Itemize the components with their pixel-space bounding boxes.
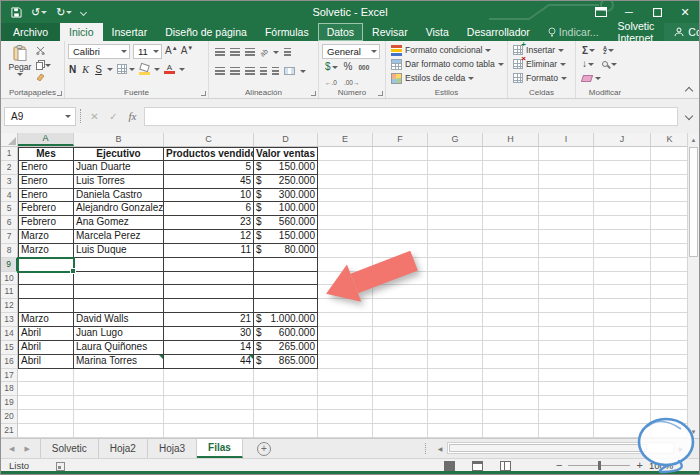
cell-styles-button[interactable]: Estilos de celda bbox=[389, 71, 505, 85]
cell-g2[interactable] bbox=[428, 161, 483, 175]
scroll-left-icon[interactable]: ◀ bbox=[435, 445, 445, 452]
ribbon-tab-archivo[interactable]: Archivo bbox=[1, 23, 60, 41]
column-header-k[interactable]: K bbox=[651, 133, 689, 146]
row-header-3[interactable]: 3 bbox=[1, 175, 18, 189]
row-header-7[interactable]: 7 bbox=[1, 230, 18, 244]
cell-c21[interactable] bbox=[164, 424, 254, 438]
select-all-corner[interactable] bbox=[1, 133, 18, 146]
autosum-button[interactable]: Σ bbox=[582, 45, 595, 56]
cell-d7[interactable]: $150.000 bbox=[254, 230, 318, 244]
cell-i20[interactable] bbox=[539, 410, 594, 424]
sheet-tab-hoja3[interactable]: Hoja3 bbox=[148, 439, 197, 458]
ribbon-tab-datos[interactable]: Datos bbox=[318, 23, 363, 41]
column-header-h[interactable]: H bbox=[483, 133, 539, 146]
cancel-entry-icon[interactable]: ✕ bbox=[87, 111, 102, 122]
expand-formula-bar-button[interactable] bbox=[682, 113, 696, 119]
bold-button[interactable]: N bbox=[68, 64, 77, 75]
cell-c10[interactable] bbox=[164, 272, 254, 286]
cell-e2[interactable] bbox=[318, 161, 373, 175]
cell-e21[interactable] bbox=[318, 424, 373, 438]
cell-f2[interactable] bbox=[373, 161, 428, 175]
cell-c19[interactable] bbox=[164, 396, 254, 410]
cell-j7[interactable] bbox=[594, 230, 651, 244]
column-header-d[interactable]: D bbox=[254, 133, 318, 146]
sort-filter-button[interactable]: AZ bbox=[603, 46, 614, 55]
column-header-c[interactable]: C bbox=[164, 133, 254, 146]
cell-i8[interactable] bbox=[539, 244, 594, 258]
cell-d19[interactable] bbox=[254, 396, 318, 410]
cell-j3[interactable] bbox=[594, 175, 651, 189]
paste-button[interactable]: Pegar bbox=[4, 43, 36, 83]
cell-g4[interactable] bbox=[428, 189, 483, 203]
sheet-tab-solvetic[interactable]: Solvetic bbox=[40, 439, 99, 458]
cell-i6[interactable] bbox=[539, 216, 594, 230]
cell-k13[interactable] bbox=[651, 313, 689, 327]
cell-c18[interactable] bbox=[164, 382, 254, 396]
cell-i21[interactable] bbox=[539, 424, 594, 438]
cell-k9[interactable] bbox=[651, 258, 689, 272]
zoom-slider-thumb[interactable] bbox=[598, 461, 601, 470]
cell-a11[interactable] bbox=[18, 285, 74, 299]
cell-b9[interactable] bbox=[74, 258, 164, 272]
cell-i16[interactable] bbox=[539, 355, 594, 369]
align-bottom-button[interactable] bbox=[245, 48, 255, 56]
cell-j4[interactable] bbox=[594, 189, 651, 203]
cell-k2[interactable] bbox=[651, 161, 689, 175]
shrink-font-button[interactable]: A▼ bbox=[181, 45, 194, 56]
cell-e13[interactable] bbox=[318, 313, 373, 327]
cell-k3[interactable] bbox=[651, 175, 689, 189]
cell-a8[interactable]: Marzo bbox=[18, 244, 74, 258]
cell-h11[interactable] bbox=[483, 285, 539, 299]
cell-i17[interactable] bbox=[539, 369, 594, 383]
vertical-scrollbar[interactable]: ▲ ▼ bbox=[687, 133, 699, 438]
cell-d8[interactable]: $80.000 bbox=[254, 244, 318, 258]
sheet-tab-filas[interactable]: Filas bbox=[197, 439, 243, 458]
row-header-11[interactable]: 11 bbox=[1, 285, 18, 299]
decrease-decimal-button[interactable]: .00→ bbox=[344, 79, 360, 86]
fill-color-button[interactable] bbox=[139, 64, 150, 75]
new-sheet-button[interactable]: + bbox=[257, 442, 271, 456]
undo-button[interactable]: ↺ bbox=[31, 7, 47, 18]
cell-g15[interactable] bbox=[428, 341, 483, 355]
cell-b2[interactable]: Juan Duarte bbox=[74, 161, 164, 175]
cell-f3[interactable] bbox=[373, 175, 428, 189]
font-name-select[interactable]: Calibri bbox=[68, 44, 130, 59]
copy-button[interactable] bbox=[36, 60, 51, 70]
cell-j11[interactable] bbox=[594, 285, 651, 299]
row-header-12[interactable]: 12 bbox=[1, 299, 18, 313]
cell-b8[interactable]: Luis Duque bbox=[74, 244, 164, 258]
ribbon-tab-insertar[interactable]: Insertar bbox=[103, 23, 157, 41]
cell-c8[interactable]: 11 bbox=[164, 244, 254, 258]
merge-center-button[interactable] bbox=[284, 67, 295, 75]
cell-i11[interactable] bbox=[539, 285, 594, 299]
cell-h7[interactable] bbox=[483, 230, 539, 244]
ribbon-tab-vista[interactable]: Vista bbox=[417, 23, 458, 41]
cell-g21[interactable] bbox=[428, 424, 483, 438]
cell-d20[interactable] bbox=[254, 410, 318, 424]
cell-i12[interactable] bbox=[539, 299, 594, 313]
column-header-j[interactable]: J bbox=[594, 133, 651, 146]
cell-h13[interactable] bbox=[483, 313, 539, 327]
scroll-up-icon[interactable]: ▲ bbox=[688, 133, 699, 146]
save-icon[interactable] bbox=[11, 7, 22, 18]
cell-e19[interactable] bbox=[318, 396, 373, 410]
row-header-6[interactable]: 6 bbox=[1, 216, 18, 230]
cell-a19[interactable] bbox=[18, 396, 74, 410]
dialog-launcher-icon[interactable] bbox=[201, 91, 206, 96]
column-header-f[interactable]: F bbox=[373, 133, 428, 146]
column-header-g[interactable]: G bbox=[428, 133, 483, 146]
cell-b19[interactable] bbox=[74, 396, 164, 410]
cell-g14[interactable] bbox=[428, 327, 483, 341]
cell-h10[interactable] bbox=[483, 272, 539, 286]
find-select-button[interactable] bbox=[602, 61, 617, 67]
cell-c3[interactable]: 45 bbox=[164, 175, 254, 189]
cell-f16[interactable] bbox=[373, 355, 428, 369]
cell-d17[interactable] bbox=[254, 369, 318, 383]
name-box[interactable]: A9 bbox=[4, 107, 76, 126]
cell-h15[interactable] bbox=[483, 341, 539, 355]
cell-c7[interactable]: 12 bbox=[164, 230, 254, 244]
column-header-b[interactable]: B bbox=[74, 133, 164, 146]
row-header-9[interactable]: 9 bbox=[1, 258, 18, 272]
cell-c15[interactable]: 14 bbox=[164, 341, 254, 355]
cell-k18[interactable] bbox=[651, 382, 689, 396]
